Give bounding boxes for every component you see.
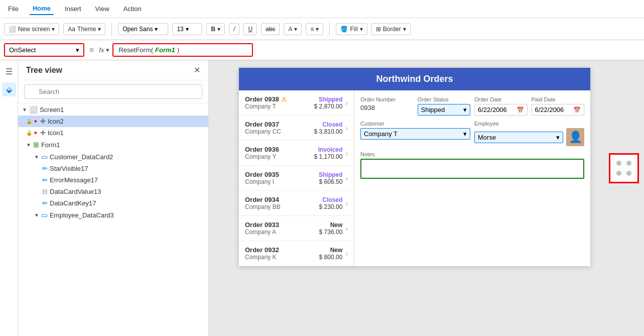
tree-item-customer-datacard[interactable]: ▼ ▭ Customer_DataCard2 xyxy=(18,151,208,163)
menu-action[interactable]: Action xyxy=(120,3,145,15)
edit-icon: ✏ xyxy=(42,199,48,207)
order-right: New $ 736.00 xyxy=(319,221,343,236)
tree-item-icon2[interactable]: 🔒 ♥ ✛ Icon2 xyxy=(18,116,208,127)
field-order-number: Order Number 0938 xyxy=(360,96,414,116)
order-info: Order 0933 Company A xyxy=(245,221,316,236)
border-button[interactable]: ⊞ Border ▾ xyxy=(371,23,411,35)
employee-photo: 👤 xyxy=(566,128,584,146)
bold-button[interactable]: B▾ xyxy=(206,23,225,35)
formula-input[interactable]: ResetForm( Form1 ) xyxy=(112,43,253,57)
text-icon: ⊟ xyxy=(42,188,48,195)
form-icon: ⊞ xyxy=(33,141,39,149)
order-item-0934[interactable]: Order 0934 Company BB Closed $ 230.00 › xyxy=(239,191,354,216)
order-number: Order 0938 ⚠ xyxy=(245,95,311,103)
order-info: Order 0932 Company K xyxy=(245,246,316,261)
order-item-0936[interactable]: Order 0936 Company Y Invoiced $ 1,170.00… xyxy=(239,141,354,166)
order-info: Order 0938 ⚠ Company T xyxy=(245,95,311,110)
field-customer: Customer Company T ▾ xyxy=(360,121,470,146)
chevron-down-icon: ▾ xyxy=(403,26,406,33)
expand-arrow: ▼ xyxy=(22,107,27,113)
chevron-right-icon: › xyxy=(345,149,348,157)
order-date-input[interactable]: 6/22/2006 📅 xyxy=(474,104,528,116)
edit-icon: ✏ xyxy=(42,165,48,172)
tree-panel: Tree view ✕ 🔍 ▼ ⬜ Screen1 🔒 ♥ ✛ Icon2 xyxy=(18,60,209,336)
app-preview: Northwind Orders Order 0938 ⚠ Company T xyxy=(239,68,590,266)
menu-file[interactable]: File xyxy=(5,3,22,15)
employee-select[interactable]: Morse ▾ xyxy=(474,132,563,143)
dot-tl xyxy=(615,160,622,167)
tree-search: 🔍 xyxy=(18,80,208,103)
tree-item-datacardkey[interactable]: ✏ DataCardKey17 xyxy=(18,197,208,209)
tree-item-icon1[interactable]: 🔒 ♥ ✛ Icon1 xyxy=(18,127,208,139)
menu-view[interactable]: View xyxy=(92,3,112,15)
menu-insert[interactable]: Insert xyxy=(62,3,84,15)
property-selector[interactable]: OnSelect ▾ xyxy=(4,43,84,57)
tree-content: ▼ ⬜ Screen1 🔒 ♥ ✛ Icon2 🔒 ♥ ✛ Icon1 ▼ xyxy=(18,103,208,336)
order-item-0933[interactable]: Order 0933 Company A New $ 736.00 › xyxy=(239,216,354,241)
formula-form1: Form1 xyxy=(155,46,175,54)
font-selector[interactable]: Open Sans ▾ xyxy=(118,23,168,35)
tree-item-screen1[interactable]: ▼ ⬜ Screen1 xyxy=(18,103,208,116)
order-item-0935[interactable]: Order 0935 Company I Shipped $ 606.50 › xyxy=(239,166,354,191)
theme-icon: Aa xyxy=(68,26,75,33)
chevron-down-icon: ▾ xyxy=(186,26,189,33)
hamburger-menu-icon[interactable]: ☰ xyxy=(2,64,16,78)
chevron-down-icon: ▾ xyxy=(360,26,363,33)
dot-bl xyxy=(615,170,622,177)
warning-icon: ⚠ xyxy=(281,96,287,103)
paid-date-input[interactable]: 6/22/2006 📅 xyxy=(532,104,585,116)
chevron-down-icon: ▾ xyxy=(52,26,55,33)
order-item-0937[interactable]: Order 0937 Company CC Closed $ 3,810.00 … xyxy=(239,116,354,141)
close-button[interactable]: ✕ xyxy=(194,65,200,75)
dot-tr xyxy=(625,160,632,167)
plus-icon: ✛ xyxy=(40,118,46,125)
fill-button[interactable]: 🪣 Fill ▾ xyxy=(336,23,367,35)
fx-button[interactable]: fx ▾ xyxy=(99,46,109,54)
tree-item-starvisible[interactable]: ✏ StarVisible17 xyxy=(18,163,208,174)
layers-icon[interactable]: ⬙ xyxy=(2,82,16,96)
equals-sign: = xyxy=(87,46,96,55)
customer-select[interactable]: Company T ▾ xyxy=(360,128,470,140)
heart-icon: ♥ xyxy=(34,119,37,124)
tree-header: Tree view ✕ xyxy=(18,60,208,80)
italic-button[interactable]: / xyxy=(229,23,239,35)
order-status-select[interactable]: Shipped ▾ xyxy=(418,104,471,116)
sidebar-icons: ☰ ⬙ xyxy=(0,60,18,336)
chevron-down-icon: ▾ xyxy=(294,26,297,33)
field-paid-date: Paid Date 6/22/2006 📅 xyxy=(532,96,585,116)
chevron-down-icon: ▾ xyxy=(316,26,319,33)
employee-field: Morse ▾ 👤 xyxy=(474,128,584,146)
theme-button[interactable]: Aa Theme ▾ xyxy=(63,23,105,35)
search-input[interactable] xyxy=(24,84,202,99)
new-screen-button[interactable]: ⬜ New screen ▾ xyxy=(4,23,59,35)
tree-item-errormessage[interactable]: ✏ ErrorMessage17 xyxy=(18,174,208,186)
tree-item-employee-datacard[interactable]: ▼ ▭ Employee_DataCard3 xyxy=(18,209,208,221)
font-size-selector[interactable]: 13 ▾ xyxy=(172,23,202,35)
lock-icon: 🔒 xyxy=(26,119,32,124)
calendar-icon: 📅 xyxy=(517,106,524,114)
tree-item-datacardvalue[interactable]: ⊟ DataCardValue13 xyxy=(18,186,208,197)
tree-title: Tree view xyxy=(26,66,62,75)
menu-home[interactable]: Home xyxy=(30,3,54,15)
ribbon: ⬜ New screen ▾ Aa Theme ▾ Open Sans ▾ 13… xyxy=(0,18,644,40)
chevron-down-icon: ▾ xyxy=(217,26,220,33)
reset-icon-overlay[interactable] xyxy=(609,153,639,183)
order-info: Order 0936 Company Y xyxy=(245,146,311,160)
formula-text: ResetForm( xyxy=(118,46,153,54)
underline-button[interactable]: U xyxy=(243,23,257,35)
chevron-right-icon: › xyxy=(345,99,348,107)
order-item-0932[interactable]: Order 0932 Company K New $ 800.00 › xyxy=(239,241,354,266)
order-item-0938[interactable]: Order 0938 ⚠ Company T Shipped $ 2,870.0… xyxy=(239,90,354,116)
separator xyxy=(111,22,112,36)
plus-icon: ✛ xyxy=(40,129,46,137)
notes-input[interactable] xyxy=(360,159,584,179)
detail-grid-row1: Order Number 0938 Order Status Shipped ▾… xyxy=(360,96,584,116)
dot-br xyxy=(625,170,632,177)
strikethrough-button[interactable]: abc xyxy=(261,23,280,35)
expand-arrow: ▼ xyxy=(34,154,39,160)
tree-item-form1[interactable]: ▼ ⊞ Form1 xyxy=(18,139,208,151)
chevron-right-icon: › xyxy=(345,225,348,233)
align-button[interactable]: ≡▾ xyxy=(306,23,323,35)
order-right: Closed $ 230.00 xyxy=(319,196,343,210)
font-color-button[interactable]: A▾ xyxy=(284,23,302,35)
